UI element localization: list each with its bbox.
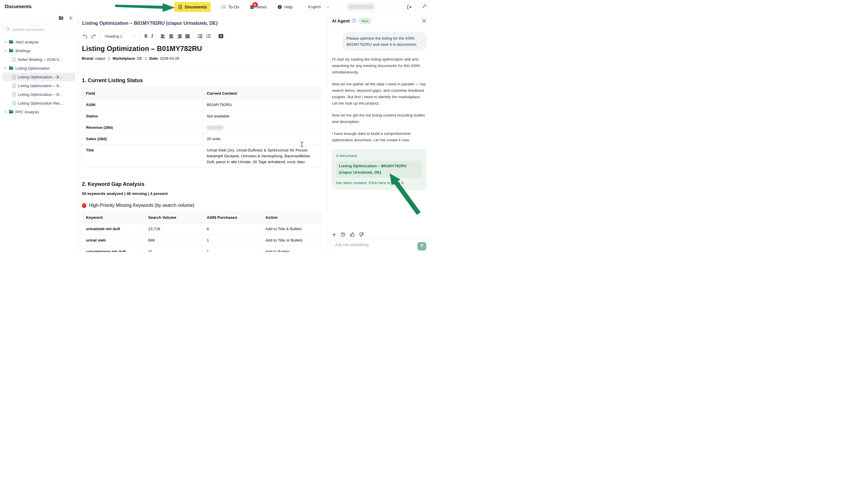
- tab-help[interactable]: Help: [277, 5, 293, 9]
- align-center-icon[interactable]: [169, 35, 173, 38]
- add-document-icon[interactable]: [68, 16, 73, 21]
- toolbar-separator: [227, 32, 227, 40]
- table-row: Status Not available: [82, 111, 321, 122]
- align-right-icon[interactable]: [177, 35, 182, 38]
- ai-chat-thread: Please optimize the listing for the ASIN…: [327, 28, 431, 190]
- tab-news[interactable]: 6 News: [250, 5, 267, 9]
- new-folder-icon[interactable]: [58, 16, 64, 20]
- action-cell: Add to Bullets: [261, 246, 321, 252]
- svg-text:2: 2: [206, 37, 207, 38]
- undo-icon[interactable]: [83, 34, 88, 38]
- chevron-down-icon: [326, 5, 330, 9]
- ai-prompt-input[interactable]: [335, 242, 414, 247]
- align-justify-icon[interactable]: [185, 35, 190, 38]
- field-cell: Title: [82, 145, 203, 168]
- toolbar-separator: [157, 32, 157, 40]
- bold-button[interactable]: B: [144, 34, 147, 39]
- insert-table-icon[interactable]: [219, 34, 223, 38]
- italic-button[interactable]: I: [151, 34, 153, 39]
- tree-item-label: PPC Analysis: [15, 110, 39, 114]
- thumbs-up-icon[interactable]: [350, 232, 355, 237]
- file-icon: [12, 101, 16, 105]
- chevron-down-icon: [4, 67, 7, 69]
- meta-separator: |: [145, 56, 146, 61]
- tree-file-listing-optimization-1[interactable]: Listing Optimization – B...: [2, 72, 76, 81]
- table-row: Sales (28d) 20 units: [82, 133, 321, 145]
- help-question-icon[interactable]: ?: [352, 19, 356, 23]
- tree-file-listing-optimization-2[interactable]: Listing Optimization – B...: [2, 81, 76, 90]
- document-search[interactable]: [3, 25, 74, 34]
- account-box[interactable]: [343, 2, 416, 12]
- document-card-title[interactable]: Listing Optimization – B01MY782RU (clapu…: [336, 161, 422, 178]
- keyword-cell: urinal sieb: [82, 235, 144, 246]
- chevron-down-icon: [4, 50, 7, 52]
- value-cell: 20 units: [203, 133, 321, 145]
- magic-wand-icon: [422, 4, 427, 10]
- magic-wand-button[interactable]: [419, 2, 429, 12]
- section2-heading: 2. Keyword Gap Analysis: [82, 181, 321, 187]
- heading-style-selector[interactable]: Heading 1: [104, 34, 136, 38]
- editor-toolbar: Heading 1 B I 12: [83, 32, 321, 40]
- logout-icon[interactable]: [403, 5, 416, 9]
- redo-icon[interactable]: [91, 34, 96, 38]
- document-canvas[interactable]: Listing Optimization – B01MY782RU Brand:…: [82, 44, 321, 252]
- tab-documents[interactable]: Documents: [174, 2, 211, 12]
- send-button[interactable]: [417, 242, 426, 251]
- tree-folder-ppc-analysis[interactable]: PPC Analysis: [2, 107, 76, 116]
- field-cell: Status: [82, 111, 203, 122]
- value-cell: B01MY782RU: [203, 100, 321, 111]
- created-document-card[interactable]: A document Listing Optimization – B01MY7…: [332, 149, 426, 190]
- keyword-cell: urinaleinlage mit duft: [82, 246, 144, 252]
- tree-folder-alert-analysis[interactable]: Alert analysis: [2, 38, 76, 46]
- close-icon[interactable]: [422, 19, 426, 23]
- assistant-message: Now let me gather all the data I need in…: [332, 81, 426, 107]
- tree-folder-briefings[interactable]: Briefings: [2, 46, 76, 55]
- ai-prompt-box[interactable]: [331, 239, 431, 252]
- assistant-message: Now let me get the full listing content …: [332, 112, 426, 125]
- redacted-value: [207, 125, 223, 130]
- table-row: Title Urinal-Sieb (2x), Urinal-Duftnetz …: [82, 145, 321, 168]
- history-icon[interactable]: [341, 232, 345, 237]
- open-document-title: Listing Optimization – B01MY782RU (clapu…: [82, 21, 321, 26]
- tree-file-listing-optimization-rec[interactable]: Listing Optimization Rec...: [2, 99, 76, 107]
- sidebar: Alert analysis Briefings Seller Briefing…: [0, 14, 78, 252]
- field-cell: Revenue (28d): [82, 122, 203, 133]
- listing-status-table: Field Current Content ASIN B01MY782RU St…: [82, 88, 321, 168]
- asin-purchases-cell: 1: [203, 246, 261, 252]
- tree-file-listing-optimization-3[interactable]: Listing Optimization – B...: [2, 90, 76, 99]
- chevron-down-icon: [4, 111, 7, 113]
- info-icon: [277, 5, 282, 9]
- align-left-icon[interactable]: [161, 35, 165, 38]
- numbered-list-icon[interactable]: 12: [206, 35, 211, 38]
- nav-tabs: Documents To-Do: [174, 1, 292, 13]
- search-input[interactable]: [12, 27, 71, 32]
- bullet-list-icon[interactable]: [198, 35, 202, 38]
- table-row: urinal sieb 648 1 Add to Title or Bullet…: [82, 235, 321, 246]
- brand-label: Brand:: [82, 56, 94, 61]
- action-cell: Add to Title or Bullets: [261, 235, 321, 246]
- table-header-row: Field Current Content: [82, 88, 321, 100]
- field-cell: ASIN: [82, 100, 203, 111]
- tree-item-label: Seller Briefing – 2026-0...: [18, 57, 62, 62]
- add-icon[interactable]: [332, 233, 336, 237]
- asin-purchases-cell: 1: [203, 235, 261, 246]
- table-row: ASIN B01MY782RU: [82, 100, 321, 111]
- tab-documents-label: Documents: [185, 5, 207, 9]
- doc-meta-line: Brand: clapur | Marketplace: DE | Date: …: [82, 56, 321, 61]
- value-cell: Not available: [203, 111, 321, 122]
- keyword-cell: urinalsieb mit duft: [82, 224, 144, 235]
- doc-heading: Listing Optimization – B01MY782RU: [82, 44, 321, 53]
- language-selector[interactable]: English: [305, 2, 333, 11]
- thumbs-down-icon[interactable]: [359, 232, 364, 237]
- tree-file-seller-briefing[interactable]: Seller Briefing – 2026-0...: [2, 55, 76, 64]
- table-row: urinaleinlage mit duft 31 1 Add to Bulle…: [82, 246, 321, 252]
- asin-purchases-cell: 6: [203, 224, 261, 235]
- tree-item-label: Listing Optimization – B...: [18, 75, 62, 79]
- svg-text:1: 1: [206, 35, 207, 36]
- tree-item-label: Listing Optimization – B...: [18, 92, 62, 97]
- chevron-down-icon: [132, 34, 135, 38]
- file-icon: [12, 92, 16, 97]
- tree-folder-listing-optimization[interactable]: Listing Optimization: [2, 64, 76, 72]
- tab-todo[interactable]: To-Do: [221, 5, 239, 9]
- missing-keywords-subheading-text: High-Priority Missing Keywords (by searc…: [89, 203, 194, 208]
